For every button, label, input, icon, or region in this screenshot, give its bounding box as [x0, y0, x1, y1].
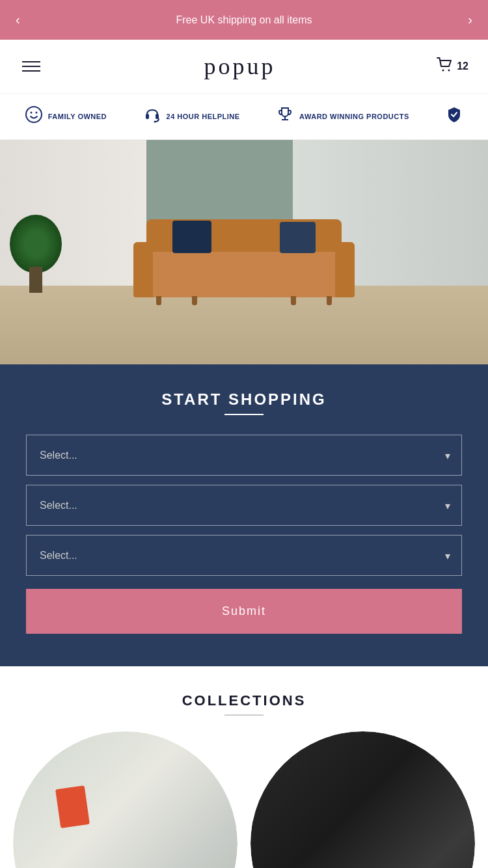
trophy-icon: [276, 105, 294, 128]
menu-button[interactable]: [20, 59, 43, 74]
svg-point-2: [26, 107, 42, 122]
trust-family: FAMILY OWNED: [25, 105, 107, 128]
select-2[interactable]: Select...: [26, 485, 462, 526]
start-shopping-section: START SHOPPING Select... ▾ Select... ▾ S…: [0, 364, 488, 666]
trust-award-label: AWARD WINNING PRODUCTS: [299, 113, 409, 120]
trust-family-label: FAMILY OWNED: [48, 113, 107, 120]
header: popup 12: [0, 40, 488, 93]
select-1[interactable]: Select...: [26, 435, 462, 476]
collections-section: COLLECTIONS: [0, 666, 488, 868]
trust-helpline-label: 24 HOUR HELPLINE: [167, 113, 240, 120]
select-wrapper-3: Select... ▾: [26, 535, 462, 576]
headset-icon: [143, 105, 161, 128]
svg-point-4: [35, 112, 37, 114]
svg-point-7: [154, 121, 156, 123]
cart-button[interactable]: 12: [437, 57, 468, 75]
collection-2-bg: [251, 731, 475, 868]
hamburger-line: [22, 61, 40, 62]
announcement-text: Free UK shipping on all items: [25, 14, 463, 26]
collections-title: COLLECTIONS: [13, 692, 475, 709]
svg-point-3: [30, 112, 32, 114]
svg-rect-5: [146, 114, 149, 119]
collections-grid: [13, 731, 475, 868]
collection-1-bg: [13, 731, 237, 868]
svg-point-0: [442, 70, 444, 72]
title-divider: [224, 414, 264, 415]
collection-item-2[interactable]: [251, 731, 475, 868]
submit-button[interactable]: Submit: [26, 589, 462, 634]
shield-icon: [445, 105, 463, 128]
trust-shield: [445, 105, 463, 128]
hamburger-line: [22, 70, 40, 72]
announcement-bar: ‹ Free UK shipping on all items ›: [0, 0, 488, 40]
svg-point-1: [448, 70, 450, 72]
collections-divider: [224, 714, 264, 716]
svg-rect-6: [156, 114, 159, 119]
select-3[interactable]: Select...: [26, 535, 462, 576]
announcement-next-button[interactable]: ›: [463, 7, 478, 33]
smiley-icon: [25, 105, 43, 128]
announcement-prev-button[interactable]: ‹: [10, 7, 25, 33]
select-wrapper-2: Select... ▾: [26, 485, 462, 526]
hamburger-line: [22, 66, 40, 67]
cart-icon: [437, 57, 454, 75]
logo[interactable]: popup: [204, 53, 276, 80]
cart-count: 12: [457, 61, 468, 72]
start-shopping-title: START SHOPPING: [26, 390, 462, 409]
hero-image: [0, 140, 488, 364]
select-wrapper-1: Select... ▾: [26, 435, 462, 476]
trust-bar: FAMILY OWNED 24 HOUR HELPLINE AWARD WINN…: [0, 93, 488, 140]
collection-item-1[interactable]: [13, 731, 237, 868]
trust-award: AWARD WINNING PRODUCTS: [276, 105, 409, 128]
trust-helpline: 24 HOUR HELPLINE: [143, 105, 240, 128]
